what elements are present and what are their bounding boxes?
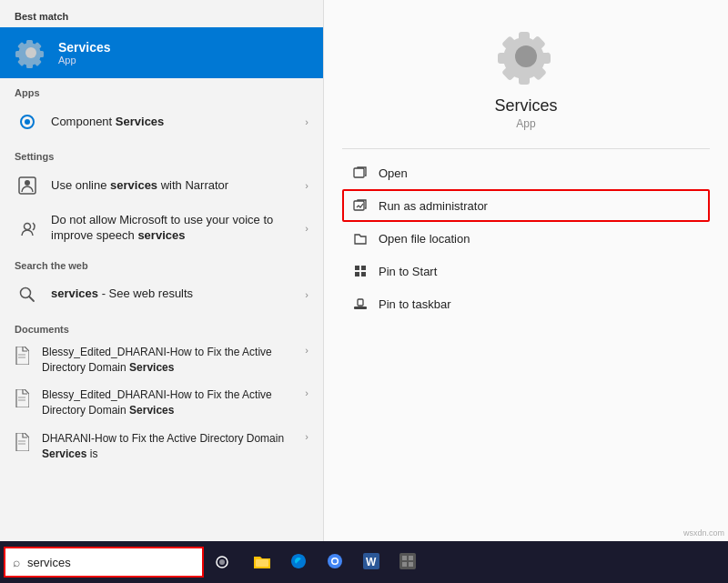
taskbar-search-icon: ⌕ [13, 555, 20, 569]
action-pin-taskbar-label: Pin to taskbar [379, 297, 451, 311]
doc-icon-1 [15, 347, 33, 365]
svg-rect-32 [402, 562, 407, 567]
left-panel: Best match Services App Apps [0, 0, 323, 541]
chevron-icon-2: › [305, 180, 308, 191]
svg-rect-18 [361, 272, 366, 276]
settings-label: Settings [0, 142, 323, 166]
svg-point-22 [219, 559, 225, 565]
svg-point-4 [25, 223, 31, 229]
pin-taskbar-icon [351, 295, 369, 313]
svg-rect-30 [402, 556, 407, 560]
action-run-as-admin[interactable]: Run as administrator [342, 189, 710, 222]
component-services-icon [15, 109, 40, 135]
run-as-admin-icon [351, 196, 369, 215]
list-item-narrator[interactable]: Use online services with Narrator › [0, 166, 323, 206]
list-item-speech[interactable]: Do not allow Microsoft to use your voice… [0, 206, 323, 251]
chevron-icon-7: › [305, 431, 308, 442]
narrator-icon [15, 173, 40, 198]
taskbar-search-text: services [27, 556, 71, 569]
right-panel: Services App Open Run as adminis [323, 0, 728, 541]
svg-rect-19 [354, 307, 367, 309]
chevron-icon-6: › [305, 387, 308, 398]
svg-point-1 [25, 119, 30, 125]
doc-text-3: DHARANI-How to Fix the Active Directory … [42, 431, 301, 462]
component-services-text: Component Services [51, 115, 301, 130]
svg-rect-13 [354, 168, 364, 177]
list-item-component-services[interactable]: Component Services › [0, 102, 323, 142]
action-pin-start-label: Pin to Start [379, 265, 437, 278]
chevron-icon-4: › [305, 289, 308, 300]
list-item-web-search[interactable]: services - See web results › [0, 275, 323, 315]
svg-rect-17 [355, 272, 359, 276]
speech-text: Do not allow Microsoft to use your voice… [51, 213, 301, 244]
chevron-icon: › [305, 116, 308, 127]
divider [342, 148, 710, 149]
best-match-text: Services App [58, 40, 111, 65]
narrator-text: Use online services with Narrator [51, 178, 301, 194]
chevron-icon-3: › [305, 223, 308, 234]
search-web-label: Search the web [0, 251, 323, 275]
doc-text-2: Blessy_Edited_DHARANI-How to Fix the Act… [42, 387, 301, 418]
taskbar-app-chrome[interactable] [317, 541, 353, 583]
best-match-item[interactable]: Services App [0, 27, 323, 78]
taskbar: ⌕ services [0, 541, 728, 583]
taskbar-apps: W [240, 541, 728, 583]
doc-item-3[interactable]: DHARANI-How to Fix the Active Directory … [0, 425, 323, 468]
services-app-icon [15, 36, 47, 69]
svg-rect-15 [355, 266, 359, 270]
best-match-label: Best match [0, 0, 323, 27]
svg-line-6 [29, 297, 34, 301]
action-pin-taskbar[interactable]: Pin to taskbar [342, 287, 710, 320]
taskbar-app-word[interactable]: W [353, 541, 389, 583]
taskbar-app-extra[interactable] [389, 541, 426, 583]
best-match-title: Services [58, 40, 111, 55]
action-open-file-label: Open file location [379, 232, 470, 246]
doc-text-1: Blessy_Edited_DHARANI-How to Fix the Act… [42, 345, 301, 376]
open-file-icon [351, 229, 369, 247]
app-icon-large [497, 27, 555, 85]
best-match-subtitle: App [58, 55, 111, 65]
action-run-as-admin-label: Run as administrator [379, 199, 488, 213]
task-view-button[interactable] [204, 541, 240, 583]
doc-icon-2 [15, 389, 33, 407]
web-search-icon [15, 282, 40, 307]
start-menu: Best match Services App Apps [0, 0, 728, 541]
speech-icon [15, 216, 40, 241]
action-open-file-location[interactable]: Open file location [342, 222, 710, 255]
apps-label: Apps [0, 78, 323, 102]
pin-start-icon [351, 262, 369, 280]
web-search-text: services - See web results [51, 286, 301, 302]
documents-label: Documents [0, 315, 323, 338]
svg-rect-23 [256, 559, 268, 567]
doc-icon-3 [15, 433, 33, 451]
open-icon [351, 164, 369, 182]
taskbar-app-edge[interactable] [280, 541, 317, 583]
svg-point-3 [25, 180, 30, 186]
svg-rect-33 [409, 562, 413, 567]
svg-point-26 [333, 558, 338, 563]
chevron-icon-5: › [305, 345, 308, 356]
doc-item-2[interactable]: Blessy_Edited_DHARANI-How to Fix the Act… [0, 381, 323, 425]
svg-rect-16 [361, 266, 366, 270]
action-pin-start[interactable]: Pin to Start [342, 255, 710, 287]
app-type: App [516, 117, 535, 130]
taskbar-app-explorer[interactable] [244, 541, 280, 583]
svg-rect-20 [358, 299, 363, 306]
doc-item-1[interactable]: Blessy_Edited_DHARANI-How to Fix the Act… [0, 338, 323, 382]
svg-rect-29 [399, 553, 416, 569]
action-open-label: Open [379, 166, 408, 180]
taskbar-search-box[interactable]: ⌕ services [4, 547, 204, 578]
svg-rect-31 [409, 556, 413, 560]
action-open[interactable]: Open [342, 156, 710, 189]
app-title: Services [494, 96, 557, 116]
svg-text:W: W [366, 556, 377, 568]
